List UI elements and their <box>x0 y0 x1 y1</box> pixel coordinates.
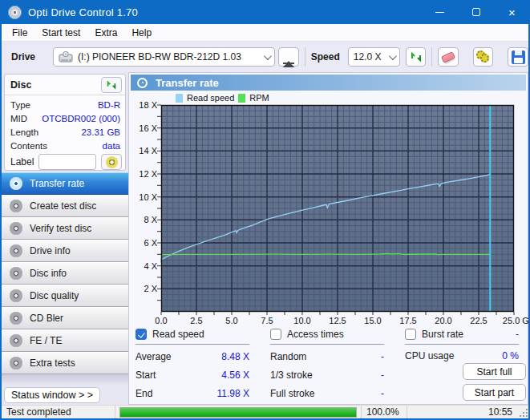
close-icon: × <box>508 6 516 18</box>
refresh-button[interactable] <box>406 47 427 67</box>
menu-item-start-test[interactable]: Start test <box>34 26 87 40</box>
eject-button[interactable] <box>278 47 299 67</box>
divider <box>270 344 384 345</box>
disc-row-label: Length <box>10 127 38 137</box>
stat-value: - <box>381 370 384 381</box>
sidebar-item-cd-bler[interactable]: CD Bler <box>2 307 128 329</box>
x-tick-label: 0.0 <box>155 316 167 325</box>
eraser-icon <box>441 51 455 63</box>
menu-item-help[interactable]: Help <box>124 26 159 40</box>
disc-icon <box>10 222 22 235</box>
sidebar-item-fe-te[interactable]: FE / TE <box>2 329 128 352</box>
access-times-row-full-stroke: Full stroke- <box>270 388 384 399</box>
x-tick-label: 10.0 <box>293 316 310 325</box>
menu-item-extra[interactable]: Extra <box>87 26 124 40</box>
speed-value: 12.0 X <box>354 51 382 63</box>
stat-value: - <box>381 351 384 362</box>
menu-item-file[interactable]: File <box>5 26 34 40</box>
legend-label-rpm: RPM <box>249 93 269 103</box>
y-tick-label: 16 X <box>130 123 157 133</box>
chart-title: Transfer rate <box>156 77 219 89</box>
sidebar-item-drive-info[interactable]: Drive info <box>2 240 128 262</box>
x-tick-label: 5.0 <box>225 316 237 325</box>
disc-panel: Disc TypeBD-RMIDOTCBDR002 (000)Length23.… <box>4 74 126 171</box>
sidebar-item-label: Transfer rate <box>30 178 84 189</box>
y-tick-label: 12 X <box>130 169 157 179</box>
sidebar-item-label: Drive info <box>30 245 71 256</box>
sidebar-item-label: CD Bler <box>30 313 63 324</box>
sidebar-item-transfer-rate[interactable]: Transfer rate <box>2 172 128 195</box>
speed-label: Speed <box>311 51 340 63</box>
progress-bar <box>119 407 357 418</box>
disc-icon <box>10 267 22 280</box>
erase-disc-button[interactable] <box>438 47 459 67</box>
disc-row-contents: Contentsdata <box>10 139 120 152</box>
settings-button[interactable] <box>473 47 494 67</box>
sidebar-item-extra-tests[interactable]: Extra tests <box>2 352 128 374</box>
sidebar-item-verify-test-disc[interactable]: Verify test disc <box>2 217 128 240</box>
disc-icon <box>10 312 22 325</box>
access-times-column: Access times Random-1/3 stroke-Full stro… <box>270 328 384 345</box>
chart-header: Transfer rate <box>131 75 526 91</box>
y-tick-label: 2 X <box>130 284 157 293</box>
minimize-icon <box>435 12 444 13</box>
chevron-down-icon <box>389 52 397 60</box>
maximize-button[interactable] <box>458 0 494 24</box>
status-window-button[interactable]: Status window > > <box>4 387 100 403</box>
sidebar-item-disc-quality[interactable]: Disc quality <box>2 285 128 307</box>
burst-rate-checkbox[interactable] <box>405 329 416 340</box>
disc-refresh-button[interactable] <box>101 77 122 93</box>
disc-row-label: Type <box>10 100 30 110</box>
minimize-button[interactable] <box>422 0 458 24</box>
x-tick-label: 20.0 <box>435 316 451 325</box>
save-button[interactable] <box>508 47 528 67</box>
y-tick-label: 4 X <box>130 261 157 271</box>
window-title: Opti Drive Control 1.70 <box>28 6 138 18</box>
start-part-button[interactable]: Start part <box>463 384 526 401</box>
burst-rate-value: - <box>516 329 519 340</box>
burst-rate-label: Burst rate <box>422 329 463 340</box>
drive-select[interactable]: (I:) PIONEER BD-RW BDR-212D 1.03 <box>53 47 275 67</box>
disc-row-length: Length23.31 GB <box>10 125 120 139</box>
resize-grip-icon[interactable] <box>517 406 528 418</box>
start-full-button[interactable]: Start full <box>463 363 526 380</box>
x-tick-label: 22.5 <box>470 316 487 325</box>
y-tick-label: 8 X <box>130 215 157 224</box>
stat-label: Start <box>136 370 156 381</box>
access-times-row-1-3-stroke: 1/3 stroke- <box>270 370 384 381</box>
transfer-rate-icon <box>137 78 148 88</box>
elapsed-time: 10:55 <box>407 406 517 418</box>
legend-swatch-rpm <box>238 94 245 103</box>
close-button[interactable]: × <box>494 0 530 24</box>
eject-icon <box>283 50 294 64</box>
sidebar-item-create-test-disc[interactable]: Create test disc <box>2 195 128 217</box>
sidebar-fade <box>2 374 128 386</box>
disc-label-caption: Label <box>10 156 34 168</box>
gears-icon <box>476 50 491 63</box>
sidebar-item-disc-info[interactable]: Disc info <box>2 262 128 285</box>
disc-label-input[interactable] <box>38 154 96 170</box>
disc-label-button[interactable] <box>101 154 122 170</box>
stat-label: Average <box>136 351 171 362</box>
drive-value: (I:) PIONEER BD-RW BDR-212D 1.03 <box>78 51 241 63</box>
read-speed-checkbox[interactable] <box>136 329 147 340</box>
disc-icon <box>10 289 22 302</box>
maximize-icon <box>472 8 480 16</box>
disc-panel-title: Disc <box>10 79 31 91</box>
divider <box>405 344 519 345</box>
stat-value: 11.98 X <box>217 388 249 399</box>
x-tick-label: 7.5 <box>261 316 273 325</box>
speed-select[interactable]: 12.0 X <box>348 47 400 67</box>
progress-percent: 100.0% <box>361 406 407 418</box>
save-icon <box>512 50 525 64</box>
access-times-checkbox[interactable] <box>270 329 281 340</box>
stat-value: 4.56 X <box>221 370 249 381</box>
y-tick-label: 10 X <box>130 192 157 202</box>
disc-row-mid: MIDOTCBDR002 (000) <box>10 111 120 125</box>
access-times-row-random: Random- <box>270 351 384 362</box>
disc-info-rows: TypeBD-RMIDOTCBDR002 (000)Length23.31 GB… <box>5 95 125 152</box>
stat-label: End <box>136 388 152 399</box>
menubar: FileStart testExtraHelp <box>2 24 528 42</box>
refresh-icon <box>410 50 423 63</box>
sidebar-item-label: Disc quality <box>30 290 79 301</box>
